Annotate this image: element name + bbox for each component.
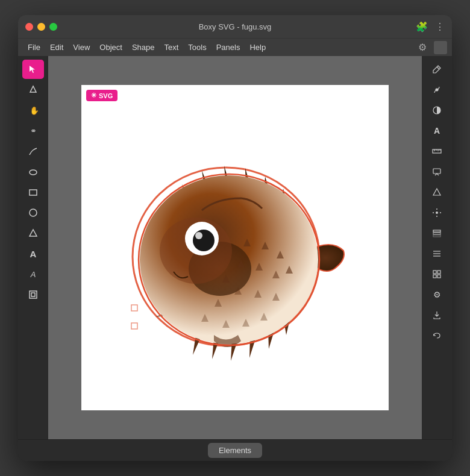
settings-icon[interactable]: ⚙ xyxy=(416,40,429,54)
canvas-white: ✳ SVG xyxy=(81,85,389,410)
comment-tool-button[interactable] xyxy=(426,162,448,181)
maximize-button[interactable] xyxy=(49,23,57,31)
list-panel-button[interactable] xyxy=(426,244,448,263)
menu-edit[interactable]: Edit xyxy=(45,41,68,54)
ruler-tool-button[interactable] xyxy=(426,142,448,161)
svg-label: ✳ SVG xyxy=(86,90,118,101)
font-size-tool-button[interactable]: A xyxy=(426,121,448,140)
transform-tool-button[interactable] xyxy=(426,203,448,222)
svg-rect-56 xyxy=(433,230,440,232)
pencil-tool-button[interactable] xyxy=(22,142,44,161)
svg-star-icon: ✳ xyxy=(91,92,96,99)
shape-panel-button[interactable] xyxy=(426,183,448,202)
svg-rect-64 xyxy=(433,275,436,278)
layers-panel-button[interactable] xyxy=(426,224,448,243)
triangle-tool-button[interactable] xyxy=(22,224,44,243)
fish-illustration xyxy=(108,121,362,374)
style-tool-button[interactable] xyxy=(426,80,448,99)
menu-shape[interactable]: Shape xyxy=(127,41,160,54)
svg-rect-46 xyxy=(131,323,137,329)
svg-text:✋: ✋ xyxy=(30,105,38,115)
menu-object[interactable]: Object xyxy=(95,41,127,54)
svg-point-55 xyxy=(436,211,438,214)
menubar-right: ⚙ xyxy=(416,40,447,54)
fish-svg xyxy=(108,121,362,374)
ellipse-tool-button[interactable] xyxy=(22,162,44,181)
elements-button[interactable]: Elements xyxy=(208,443,262,458)
menu-view[interactable]: View xyxy=(68,41,95,54)
undo-button[interactable] xyxy=(426,326,448,345)
left-toolbar: ✋ ⚭ xyxy=(18,56,48,439)
export-button[interactable] xyxy=(426,305,448,325)
bottom-bar: Elements xyxy=(18,439,452,461)
traffic-lights xyxy=(25,23,57,31)
svg-rect-57 xyxy=(433,233,440,234)
color-swatch[interactable] xyxy=(434,41,447,54)
smooth-tool-button[interactable]: ⚭ xyxy=(22,121,44,140)
titlebar-actions: 🧩 ⋮ xyxy=(416,21,445,33)
frame-tool-button[interactable] xyxy=(22,285,44,304)
menu-tools[interactable]: Tools xyxy=(183,41,211,54)
app-window: Boxy SVG - fugu.svg 🧩 ⋮ File Edit View O… xyxy=(18,15,452,461)
minimize-button[interactable] xyxy=(37,23,45,31)
menubar: File Edit View Object Shape Text Tools P… xyxy=(18,38,452,56)
extensions-icon[interactable]: 🧩 xyxy=(416,21,428,33)
menu-file[interactable]: File xyxy=(23,41,45,54)
svg-rect-54 xyxy=(433,169,440,174)
more-icon[interactable]: ⋮ xyxy=(435,21,445,33)
svg-rect-45 xyxy=(131,305,137,311)
svg-rect-4 xyxy=(30,291,37,298)
right-toolbar: A xyxy=(422,56,452,439)
svg-label-text: SVG xyxy=(99,92,113,99)
rect-tool-button[interactable] xyxy=(22,183,44,202)
svg-point-43 xyxy=(195,232,202,239)
svg-rect-5 xyxy=(31,293,35,296)
titlebar: Boxy SVG - fugu.svg 🧩 ⋮ xyxy=(18,15,452,38)
pan-tool-button[interactable]: ✋ xyxy=(22,101,44,120)
contrast-tool-button[interactable] xyxy=(426,101,448,120)
text-style-tool-button[interactable]: A xyxy=(22,265,44,284)
svg-rect-63 xyxy=(437,271,440,274)
menu-text[interactable]: Text xyxy=(159,41,183,54)
svg-rect-65 xyxy=(437,275,440,278)
svg-point-42 xyxy=(193,230,215,251)
main-content: ✋ ⚭ xyxy=(18,56,452,439)
circle-tool-button[interactable] xyxy=(22,203,44,222)
select-tool-button[interactable] xyxy=(22,60,44,79)
settings-panel-button[interactable]: ⚙ xyxy=(426,285,448,304)
close-button[interactable] xyxy=(25,23,33,31)
menu-help[interactable]: Help xyxy=(245,41,271,54)
canvas-area[interactable]: ✳ SVG xyxy=(48,56,422,439)
menu-panels[interactable]: Panels xyxy=(212,41,245,54)
paint-tool-button[interactable] xyxy=(426,60,448,79)
svg-rect-2 xyxy=(30,190,37,195)
text-tool-button[interactable]: A xyxy=(22,244,44,263)
window-title: Boxy SVG - fugu.svg xyxy=(199,22,272,31)
svg-rect-62 xyxy=(433,271,436,274)
svg-point-3 xyxy=(30,209,37,216)
svg-point-47 xyxy=(436,89,438,91)
symbols-panel-button[interactable] xyxy=(426,265,448,284)
svg-rect-58 xyxy=(433,235,440,237)
svg-point-1 xyxy=(30,170,37,175)
node-tool-button[interactable] xyxy=(22,80,44,99)
